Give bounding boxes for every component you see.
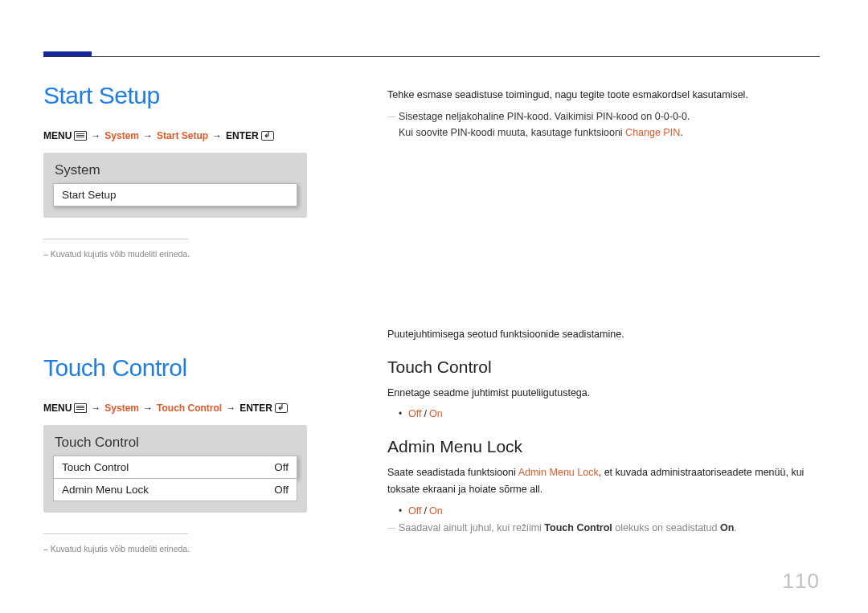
aml-note-tc: Touch Control <box>544 522 612 533</box>
menu-icon <box>74 131 87 141</box>
note-text-b-prefix: Kui soovite PIN-koodi muuta, kasutage fu… <box>399 127 625 138</box>
page-number: 110 <box>783 569 820 594</box>
arrow-icon: → <box>143 130 153 141</box>
enter-icon <box>275 403 288 413</box>
start-setup-title: Start Setup <box>43 82 307 109</box>
admin-menu-lock-options: Off/On <box>387 503 820 520</box>
aml-note-on: On <box>720 522 734 533</box>
crumb-system: System <box>104 130 139 141</box>
arrow-icon: → <box>212 130 222 141</box>
touch-control-body: Ennetage seadme juhtimist puuteliigutust… <box>387 385 820 402</box>
aml-body-accent: Admin Menu Lock <box>518 467 599 478</box>
header-rule <box>43 56 820 57</box>
separator-line <box>43 239 188 239</box>
touch-control-left: Touch Control MENU → System → Touch Cont… <box>43 354 307 556</box>
breadcrumb-touch-control: MENU → System → Touch Control → ENTER <box>43 403 307 414</box>
crumb-menu-label: MENU <box>43 403 72 414</box>
crumb-menu-label: MENU <box>43 130 72 141</box>
footnote-touch-control: Kuvatud kujutis võib mudeliti erineda. <box>43 542 307 556</box>
menu-row-admin-menu-lock[interactable]: Admin Menu Lock Off <box>53 479 297 501</box>
option-off: Off <box>408 408 421 419</box>
menu-item-start-setup[interactable]: Start Setup <box>53 183 297 206</box>
right-column: Tehke esmase seadistuse toimingud, nagu … <box>387 82 820 601</box>
crumb-start-setup: Start Setup <box>157 130 208 141</box>
row-label: Admin Menu Lock <box>62 484 149 496</box>
arrow-icon: → <box>91 403 100 414</box>
start-setup-left: Start Setup MENU → System → Start Setup … <box>43 82 307 261</box>
admin-menu-lock-body: Saate seadistada funktsiooni Admin Menu … <box>387 464 820 497</box>
enter-icon <box>261 131 274 141</box>
menu-icon <box>74 403 87 413</box>
crumb-touch-control: Touch Control <box>157 403 222 414</box>
touch-control-title: Touch Control <box>43 354 307 382</box>
arrow-icon: → <box>91 130 100 141</box>
admin-menu-lock-subheading: Admin Menu Lock <box>387 437 820 456</box>
note-text-a: Sisestage neljakohaline PIN-kood. Vaikim… <box>399 111 690 122</box>
row-value: Off <box>274 461 289 473</box>
separator-line <box>43 533 188 534</box>
row-label: Touch Control <box>62 461 129 473</box>
arrow-icon: → <box>143 403 153 414</box>
menu-box-title-touch-control: Touch Control <box>55 435 297 451</box>
crumb-enter-label: ENTER <box>240 403 272 414</box>
crumb-system: System <box>104 403 139 414</box>
breadcrumb-start-setup: MENU → System → Start Setup → ENTER <box>43 130 307 141</box>
arrow-icon: → <box>226 403 235 414</box>
start-setup-menu-box: System Start Setup <box>43 153 307 218</box>
touch-control-menu-box: Touch Control Touch Control Off Admin Me… <box>43 425 307 513</box>
touch-control-intro: Puutejuhtimisega seotud funktsioonide se… <box>387 326 820 343</box>
aml-body-prefix: Saate seadistada funktsiooni <box>387 467 518 478</box>
aml-note-prefix: Saadaval ainult juhul, kui režiimi <box>399 522 544 533</box>
start-setup-note: Sisestage neljakohaline PIN-kood. Vaikim… <box>387 108 820 141</box>
option-off: Off <box>408 505 421 517</box>
footnote-start-setup: Kuvatud kujutis võib mudeliti erineda. <box>43 247 307 261</box>
crumb-enter-label: ENTER <box>226 130 259 141</box>
start-setup-right: Tehke esmase seadistuse toimingud, nagu … <box>387 87 820 141</box>
touch-control-right: Puutejuhtimisega seotud funktsioonide se… <box>387 326 820 537</box>
option-on: On <box>429 505 443 517</box>
note-text-b-suffix: . <box>680 127 682 138</box>
note-text-b-accent: Change PIN <box>625 127 680 138</box>
menu-box-title-system: System <box>55 162 297 178</box>
aml-note-suffix: . <box>734 522 736 533</box>
row-value: Off <box>274 484 289 496</box>
touch-control-subheading: Touch Control <box>387 358 820 377</box>
start-setup-body: Tehke esmase seadistuse toimingud, nagu … <box>387 87 820 104</box>
left-column: Start Setup MENU → System → Start Setup … <box>43 82 307 601</box>
admin-menu-lock-note: Saadaval ainult juhul, kui režiimi Touch… <box>387 520 820 537</box>
aml-note-mid: olekuks on seadistatud <box>612 522 720 533</box>
option-on: On <box>429 408 443 419</box>
touch-control-options: Off/On <box>387 406 820 423</box>
menu-row-touch-control[interactable]: Touch Control Off <box>53 456 297 479</box>
